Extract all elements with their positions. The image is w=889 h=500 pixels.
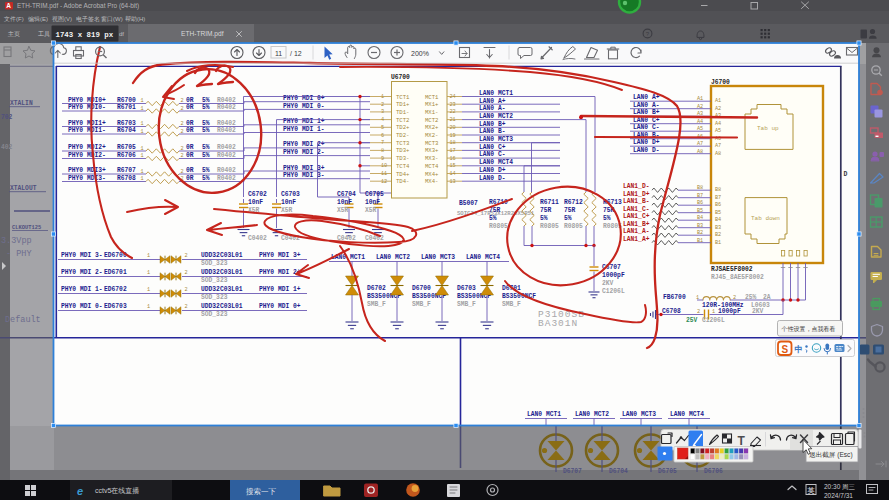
- svg-text:C0402: C0402: [365, 235, 384, 242]
- svg-text:PHY0 MDI0+: PHY0 MDI0+: [68, 97, 106, 104]
- svg-text:LAN0 MCT4: LAN0 MCT4: [466, 254, 500, 261]
- svg-text:PHY0 MDI 2-: PHY0 MDI 2-: [283, 149, 325, 156]
- svg-text:LAN0 A+: LAN0 A+: [633, 94, 660, 101]
- svg-text:LAN1_C+: LAN1_C+: [623, 213, 650, 220]
- svg-text:8: 8: [381, 148, 384, 154]
- svg-text:75R: 75R: [540, 207, 552, 214]
- svg-text:TD1-: TD1-: [396, 109, 409, 116]
- svg-text:退出截屏 (Esc): 退出截屏 (Esc): [809, 451, 853, 459]
- svg-text:帮助(H): 帮助(H): [125, 15, 145, 22]
- svg-text:MCT1: MCT1: [425, 94, 439, 101]
- svg-text:D6704: D6704: [609, 468, 628, 475]
- svg-text:RJ45_8AE5F8002: RJ45_8AE5F8002: [711, 274, 764, 281]
- svg-text:B8: B8: [697, 185, 703, 191]
- svg-text:1: 1: [141, 129, 144, 135]
- svg-text:UDD32C03L01: UDD32C03L01: [201, 303, 243, 310]
- svg-text:XTALIN: XTALIN: [10, 100, 33, 107]
- svg-text:LAN0 MCT2: LAN0 MCT2: [479, 113, 513, 120]
- svg-text:TD2+: TD2+: [396, 124, 410, 131]
- svg-text:A: A: [6, 2, 11, 9]
- svg-text:SOD_323: SOD_323: [201, 277, 228, 284]
- svg-text:B6: B6: [715, 202, 721, 208]
- svg-text:X5R: X5R: [281, 207, 293, 214]
- svg-text:PHY0 MDI1-: PHY0 MDI1-: [68, 127, 106, 134]
- svg-text:17: 17: [450, 148, 456, 154]
- svg-text:5%: 5%: [202, 144, 210, 151]
- svg-text:LAN1_C-: LAN1_C-: [623, 206, 649, 213]
- svg-text:10nF: 10nF: [281, 199, 296, 206]
- svg-text:?: ?: [646, 31, 650, 37]
- svg-text:中: 中: [795, 344, 804, 354]
- svg-text:C6705: C6705: [365, 191, 384, 198]
- svg-text:5%: 5%: [603, 215, 611, 222]
- svg-text:2024/7/31: 2024/7/31: [824, 492, 853, 499]
- svg-text:- PHY: - PHY: [6, 249, 32, 259]
- svg-text:C1206L: C1206L: [602, 288, 625, 295]
- svg-text:PHY0 MDI2+: PHY0 MDI2+: [68, 144, 106, 151]
- svg-text:e: e: [77, 485, 83, 497]
- svg-text:3: 3: [381, 109, 384, 115]
- svg-text:J6700: J6700: [711, 79, 730, 86]
- svg-text:ED6703: ED6703: [104, 303, 127, 310]
- svg-text:5%: 5%: [202, 167, 210, 174]
- svg-text:10: 10: [381, 163, 387, 169]
- svg-text:10nF: 10nF: [365, 199, 380, 206]
- svg-text:A1: A1: [715, 98, 721, 104]
- svg-text:PHY0 MDI 3-: PHY0 MDI 3-: [61, 252, 103, 259]
- svg-text:C6704: C6704: [337, 191, 356, 198]
- svg-text:D6703: D6703: [457, 285, 476, 292]
- svg-text:LAN0 A+: LAN0 A+: [479, 98, 506, 105]
- svg-text:0R: 0R: [186, 97, 194, 104]
- svg-text:LAN0 C-: LAN0 C-: [633, 124, 659, 131]
- svg-text:1: 1: [147, 304, 150, 310]
- svg-text:TD1+: TD1+: [396, 101, 410, 108]
- svg-text:2: 2: [181, 121, 184, 127]
- svg-text:2: 2: [181, 169, 184, 175]
- svg-text:PHY0 MDI 0-: PHY0 MDI 0-: [283, 103, 325, 110]
- svg-text:C1206L: C1206L: [702, 317, 725, 324]
- svg-text:LAN0 MCT4: LAN0 MCT4: [670, 411, 704, 418]
- svg-text:0R: 0R: [186, 127, 194, 134]
- svg-text:R0402: R0402: [217, 97, 236, 104]
- svg-text:R0805: R0805: [489, 223, 508, 230]
- svg-text:视图(V): 视图(V): [52, 15, 72, 23]
- svg-text:R0402: R0402: [217, 167, 236, 174]
- svg-text:20: 20: [450, 125, 456, 131]
- svg-text:MX2+: MX2+: [425, 124, 439, 131]
- svg-text:PHY0 MDI 1-: PHY0 MDI 1-: [61, 286, 103, 293]
- svg-text:C6708: C6708: [662, 308, 681, 315]
- svg-text:C0402: C0402: [337, 235, 356, 242]
- svg-text:SOD_323: SOD_323: [201, 260, 228, 267]
- svg-text:PHY0 MDI 1+: PHY0 MDI 1+: [259, 286, 301, 293]
- svg-text:Tab up: Tab up: [757, 125, 779, 132]
- svg-text:B5: B5: [697, 208, 703, 214]
- svg-text:D6700: D6700: [412, 285, 431, 292]
- svg-text:2A: 2A: [763, 294, 771, 301]
- svg-text:编辑(E): 编辑(E): [28, 16, 48, 22]
- svg-text:A8: A8: [715, 151, 721, 157]
- svg-text:FB6700: FB6700: [663, 294, 686, 301]
- svg-text:TCT3: TCT3: [396, 140, 409, 147]
- svg-text:B4: B4: [715, 217, 721, 223]
- svg-text:/ 12: / 12: [290, 50, 302, 57]
- svg-text:1: 1: [147, 287, 150, 293]
- svg-text:0R: 0R: [186, 175, 194, 182]
- svg-text:5%: 5%: [202, 127, 210, 134]
- svg-text:B4: B4: [697, 215, 703, 221]
- svg-text:TCT1: TCT1: [396, 94, 410, 101]
- svg-text:LAN0 MCT3: LAN0 MCT3: [622, 411, 656, 418]
- svg-text:PHY0 MDI 0-: PHY0 MDI 0-: [61, 303, 103, 310]
- svg-text:MX3+: MX3+: [425, 147, 439, 154]
- svg-text:R0402: R0402: [217, 104, 236, 111]
- svg-text:A8: A8: [697, 149, 703, 155]
- svg-text:PHY0 MDI 3+: PHY0 MDI 3+: [259, 252, 301, 259]
- svg-text:R6701: R6701: [117, 104, 136, 111]
- svg-text:SMB_F: SMB_F: [412, 301, 431, 308]
- svg-text:25%: 25%: [745, 294, 757, 301]
- svg-text:PHY0 MDI 2+: PHY0 MDI 2+: [259, 269, 301, 276]
- svg-text:R0402: R0402: [217, 152, 236, 159]
- svg-text:0R: 0R: [186, 144, 194, 151]
- svg-text:TD4-: TD4-: [396, 178, 409, 185]
- svg-text:14: 14: [450, 171, 456, 177]
- svg-text:LAN0 MCT1: LAN0 MCT1: [527, 411, 561, 418]
